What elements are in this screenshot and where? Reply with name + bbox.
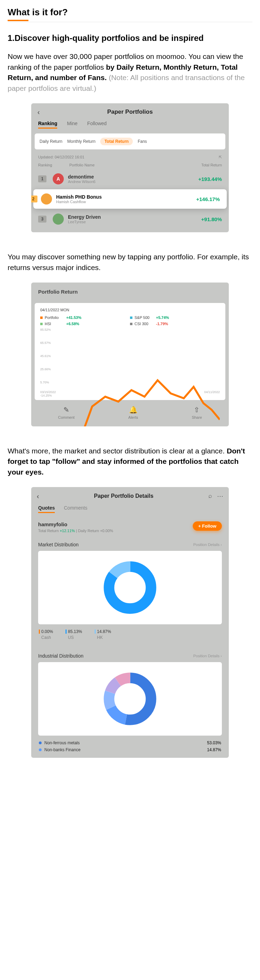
rank-badge: 1 bbox=[38, 175, 46, 182]
portfolio-author: Hamish Cashflow bbox=[56, 200, 182, 204]
portfolio-name: Energy Driven bbox=[68, 214, 184, 220]
chart-card: 04/11/2022 MON Portfolio +41.53% S&P 500… bbox=[35, 303, 225, 400]
avatar bbox=[53, 213, 64, 224]
x-tick: 03/15/2022 bbox=[40, 390, 56, 394]
back-icon[interactable]: ‹ bbox=[37, 108, 40, 116]
portfolio-author: Andrew Wilson6 bbox=[68, 180, 184, 184]
x-axis: 03/15/2022 04/11/2022 bbox=[40, 390, 220, 394]
market-donut-chart bbox=[38, 551, 222, 624]
legend-value: -1.79% bbox=[156, 322, 168, 326]
para3-pre: What's more, the market and sector distr… bbox=[8, 447, 227, 455]
legend-bar bbox=[39, 630, 40, 634]
legend-name: Non-ferrous metals bbox=[45, 740, 80, 745]
legend-label: US bbox=[65, 635, 82, 640]
chart-legend: Portfolio +41.53% S&P 500 +5.74% HSI +6.… bbox=[40, 315, 220, 326]
filter-monthly-return[interactable]: Monthly Return bbox=[67, 139, 95, 144]
portfolio-row[interactable]: 3 Energy Driven LeeTyrese +91.80% bbox=[31, 210, 229, 228]
y-tick: 25.66% bbox=[40, 368, 52, 381]
portfolio-row-highlighted[interactable]: 2 Hamish PHD Bonus Hamish Cashflow +146.… bbox=[33, 189, 227, 209]
portfolio-return: +193.44% bbox=[184, 176, 222, 182]
follow-button[interactable]: + Follow bbox=[193, 521, 222, 531]
rank-badge: 2 bbox=[31, 196, 37, 202]
legend-item: 0.00% Cash bbox=[39, 629, 53, 640]
legend-value: 85.13% bbox=[68, 629, 82, 634]
legend-dot bbox=[40, 323, 43, 325]
divider bbox=[8, 22, 252, 22]
section-1-paragraph-3: What's more, the market and sector distr… bbox=[8, 446, 252, 477]
portfolio-row[interactable]: 1 A demontime Andrew Wilson6 +193.44% bbox=[31, 170, 229, 188]
tab-ranking[interactable]: Ranking bbox=[38, 121, 57, 129]
back-icon[interactable]: ‹ bbox=[37, 492, 39, 500]
legend-name: HSI bbox=[45, 322, 66, 326]
avatar bbox=[41, 193, 52, 205]
market-distribution-title: Market Distribution bbox=[38, 542, 79, 547]
position-details-link[interactable]: Position Details › bbox=[193, 542, 222, 547]
col-ranking: Ranking bbox=[38, 163, 69, 167]
filter-daily-return[interactable]: Daily Return bbox=[40, 139, 62, 144]
legend-item: CSI 300 -1.79% bbox=[130, 322, 220, 326]
portfolio-name: Hamish PHD Bonus bbox=[56, 194, 182, 200]
portfolio-return: +146.17% bbox=[182, 196, 220, 202]
legend-dot bbox=[40, 317, 43, 319]
tab-followed[interactable]: Followed bbox=[87, 121, 107, 129]
legend-value: +6.58% bbox=[66, 322, 80, 326]
screen-title: Paper Portfolios bbox=[107, 108, 153, 115]
legend-label: Cash bbox=[39, 635, 53, 640]
legend-dot bbox=[130, 323, 132, 325]
portfolio-author: LeeTyrese bbox=[68, 220, 184, 224]
legend-item: 14.87% HK bbox=[95, 629, 111, 640]
export-icon[interactable]: ⇱ bbox=[219, 155, 222, 159]
legend-row: Non-banks Finance 14.87% bbox=[39, 748, 221, 752]
tab-comments[interactable]: Comments bbox=[64, 505, 87, 513]
y-tick: 45.61% bbox=[40, 354, 52, 368]
more-icon[interactable]: ⋯ bbox=[217, 492, 223, 500]
legend-name: Non-banks Finance bbox=[45, 748, 80, 752]
legend-item: HSI +6.58% bbox=[40, 322, 130, 326]
legend-row: Non-ferrous metals 53.03% bbox=[39, 740, 221, 745]
portfolio-name: hammyfolio bbox=[38, 521, 113, 527]
total-return-label: Total Return bbox=[38, 529, 60, 533]
legend-value: +5.74% bbox=[156, 315, 169, 320]
filter-total-return[interactable]: Total Return bbox=[100, 138, 133, 145]
daily-return-label: Daily Return bbox=[78, 529, 100, 533]
legend-bar bbox=[95, 630, 96, 634]
legend-value: +41.53% bbox=[66, 315, 81, 320]
y-axis: 85.52% 65.57% 45.61% 25.66% 5.70% -14.25… bbox=[40, 328, 52, 407]
chart-svg bbox=[56, 328, 220, 426]
y-tick: 85.52% bbox=[40, 328, 52, 341]
screenshot-portfolio-details: ‹ Paper Portfolio Details ⌕ ⋯ Quotes Com… bbox=[31, 487, 229, 758]
screenshot-paper-portfolios: ‹ Paper Portfolios Ranking Mine Followed… bbox=[31, 103, 229, 232]
y-tick: 65.57% bbox=[40, 341, 52, 354]
chart-date: 04/11/2022 MON bbox=[40, 308, 220, 312]
stats-sep: | bbox=[75, 529, 78, 533]
position-details-link[interactable]: Position Details › bbox=[193, 654, 222, 658]
updated-label: Updated: 04/12/2022 16:01 bbox=[38, 155, 84, 159]
industrial-donut-chart bbox=[38, 662, 222, 736]
portfolio-stats: Total Return +12.11% | Daily Return +0.0… bbox=[38, 529, 113, 533]
search-icon[interactable]: ⌕ bbox=[208, 492, 212, 500]
tab-mine[interactable]: Mine bbox=[67, 121, 77, 129]
legend-value: 14.87% bbox=[97, 629, 111, 634]
col-total-return: Total Return bbox=[184, 163, 222, 167]
screenshot-portfolio-return: Portfolio Return 04/11/2022 MON Portfoli… bbox=[31, 283, 229, 426]
legend-label: HK bbox=[95, 635, 111, 640]
portfolio-name: demontime bbox=[68, 174, 184, 180]
page-title: What is it for? bbox=[8, 7, 252, 18]
title-underline bbox=[8, 20, 29, 21]
legend-item: S&P 500 +5.74% bbox=[130, 315, 220, 320]
x-tick: 04/11/2022 bbox=[204, 390, 220, 394]
legend-bar bbox=[65, 630, 67, 634]
section-1-paragraph-2: You may discover something new by tappin… bbox=[8, 252, 252, 273]
industrial-distribution-title: Industrial Distribution bbox=[38, 653, 83, 659]
legend-item: 85.13% US bbox=[65, 629, 82, 640]
tab-quotes[interactable]: Quotes bbox=[38, 505, 55, 513]
section-1-title: 1.Discover high-quality portfolios and b… bbox=[8, 33, 252, 44]
total-return-value: +12.11% bbox=[60, 529, 75, 533]
market-legend: 0.00% Cash 85.13% US 14.87% HK bbox=[31, 624, 229, 649]
col-portfolio-name: Portfolio Name bbox=[69, 163, 184, 167]
legend-value: 0.00% bbox=[41, 629, 53, 634]
legend-value: 53.03% bbox=[207, 740, 221, 745]
screen-title: Paper Portfolio Details bbox=[39, 493, 208, 499]
filter-fans[interactable]: Fans bbox=[138, 139, 147, 144]
legend-item: Portfolio +41.53% bbox=[40, 315, 130, 320]
